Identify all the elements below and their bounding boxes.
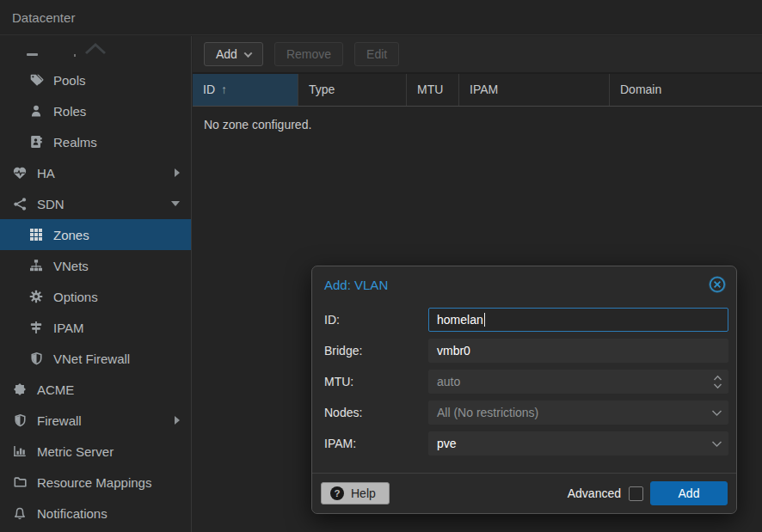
bridge-field[interactable]: vmbr0: [428, 339, 728, 363]
address-book-icon: [28, 135, 45, 149]
network-nodes-icon: [11, 197, 28, 211]
add-vlan-dialog: Add: VLAN ID: homelan Bridge: vmbr0 M: [311, 266, 737, 514]
number-spinner[interactable]: [713, 370, 722, 393]
mtu-field-value: auto: [437, 375, 460, 388]
signpost-icon: [28, 321, 45, 334]
remove-button[interactable]: Remove: [274, 42, 343, 66]
sidebar-item-label: HA: [37, 166, 55, 180]
id-field[interactable]: homelan: [428, 308, 728, 332]
sidebar-item-label: SDN: [37, 197, 65, 211]
sidebar-item-notifications[interactable]: Notifications: [0, 498, 191, 529]
sidebar-item-acme[interactable]: ACME: [0, 374, 191, 405]
shield-icon: [28, 352, 45, 365]
bridge-field-value: vmbr0: [437, 344, 470, 358]
grid-table-icon: [28, 228, 45, 242]
sidebar-item-vnet-firewall[interactable]: VNet Firewall: [0, 343, 191, 374]
shield-icon: [11, 413, 28, 427]
advanced-label: Advanced: [568, 486, 621, 500]
advanced-checkbox[interactable]: [629, 486, 643, 501]
sidebar-item-label: Metric Server: [37, 444, 114, 459]
certificate-seal-icon: [11, 382, 28, 396]
sidebar-item-label: Pools: [53, 73, 86, 88]
bar-chart-icon: [11, 444, 28, 458]
sidebar-item-realms[interactable]: Realms: [0, 126, 191, 157]
sidebar-item-metric-server[interactable]: Metric Server: [0, 436, 191, 467]
field-row-nodes: Nodes: All (No restrictions): [324, 401, 728, 425]
dropdown-trigger[interactable]: [711, 432, 722, 455]
chevron-down-icon: [711, 440, 722, 448]
sidebar-item-label: VNets: [53, 259, 89, 273]
sidebar-item-label: Zones: [53, 228, 89, 242]
partial-icon: [27, 53, 38, 56]
sidebar-item-firewall[interactable]: Firewall: [0, 405, 191, 436]
sidebar-item-label: Notifications: [37, 506, 108, 521]
column-header-domain[interactable]: Domain: [610, 74, 762, 106]
zones-table-body: No zone configured.: [193, 107, 762, 143]
field-row-bridge: Bridge: vmbr0: [324, 339, 728, 363]
column-header-id[interactable]: ID ↑: [193, 74, 298, 106]
sidebar-item-roles[interactable]: Roles: [0, 95, 191, 126]
dialog-body: ID: homelan Bridge: vmbr0 MTU: auto: [312, 297, 736, 456]
dialog-footer: ? Help Advanced Add: [312, 473, 736, 513]
text-cursor: [484, 313, 485, 327]
proxmox-datacenter-screen: Datacenter Pools Roles Realms: [0, 0, 762, 532]
sidebar-item-ha[interactable]: HA: [0, 157, 191, 188]
column-header-ipam[interactable]: IPAM: [459, 74, 610, 106]
column-label: ID: [203, 74, 215, 106]
chevron-right-icon: [175, 416, 180, 425]
nodes-select[interactable]: All (No restrictions): [428, 401, 728, 425]
mtu-field[interactable]: auto: [428, 370, 728, 394]
zones-toolbar: Add Remove Edit: [193, 36, 762, 74]
dialog-add-button[interactable]: Add: [650, 481, 728, 505]
sidebar-item-options[interactable]: Options: [0, 281, 191, 312]
sidebar-item-sdn[interactable]: SDN: [0, 188, 191, 219]
add-button-label: Add: [216, 47, 237, 61]
sidebar-item-label: Realms: [53, 135, 97, 150]
partial-text-fragment: [74, 54, 76, 57]
chevron-down-icon: [171, 201, 180, 206]
heartbeat-icon: [11, 166, 28, 180]
id-field-label: ID:: [324, 313, 428, 327]
ipam-field-label: IPAM:: [324, 437, 428, 450]
column-header-mtu[interactable]: MTU: [407, 74, 459, 106]
bell-icon: [11, 506, 28, 520]
folder-icon: [11, 475, 28, 489]
gear-icon: [28, 290, 45, 303]
sidebar-item-label: Resource Mappings: [37, 475, 151, 490]
user-icon: [28, 104, 45, 118]
title-bar: Datacenter: [0, 0, 762, 35]
id-field-value: homelan: [437, 313, 483, 327]
ipam-select[interactable]: pve: [428, 431, 728, 456]
nodes-select-value: All (No restrictions): [437, 406, 538, 419]
sidebar-item-label: VNet Firewall: [53, 352, 130, 366]
close-button[interactable]: [708, 275, 727, 294]
sidebar-item-partial[interactable]: [0, 36, 191, 64]
close-icon: [708, 275, 727, 294]
dropdown-trigger[interactable]: [711, 401, 722, 424]
sidebar-item-label: Options: [53, 290, 98, 304]
sidebar-item-ipam[interactable]: IPAM: [0, 312, 191, 343]
remove-button-label: Remove: [286, 47, 331, 61]
sidebar-item-resource-mappings[interactable]: Resource Mappings: [0, 467, 191, 498]
sidebar-item-zones[interactable]: Zones: [0, 219, 191, 250]
field-row-id: ID: homelan: [324, 308, 728, 332]
empty-table-text: No zone configured.: [204, 118, 311, 131]
sidebar-item-label: Roles: [53, 104, 86, 119]
help-button[interactable]: ? Help: [321, 482, 390, 504]
help-button-label: Help: [351, 486, 376, 500]
page-title: Datacenter: [12, 10, 75, 25]
sidebar-tree: Pools Roles Realms HA SDN: [0, 36, 192, 532]
edit-button[interactable]: Edit: [354, 42, 399, 66]
sidebar-item-pools[interactable]: Pools: [0, 64, 191, 95]
add-button[interactable]: Add: [204, 42, 263, 66]
ipam-select-value: pve: [437, 437, 457, 450]
column-header-type[interactable]: Type: [298, 74, 407, 106]
field-row-ipam: IPAM: pve: [324, 431, 728, 456]
nodes-field-label: Nodes:: [324, 406, 428, 419]
zones-table-header: ID ↑ Type MTU IPAM Domain: [193, 74, 762, 107]
edit-button-label: Edit: [366, 47, 387, 61]
mtu-field-label: MTU:: [324, 375, 428, 388]
dialog-header[interactable]: Add: VLAN: [312, 266, 736, 297]
sort-asc-icon: ↑: [221, 74, 227, 106]
sidebar-item-vnets[interactable]: VNets: [0, 250, 191, 281]
